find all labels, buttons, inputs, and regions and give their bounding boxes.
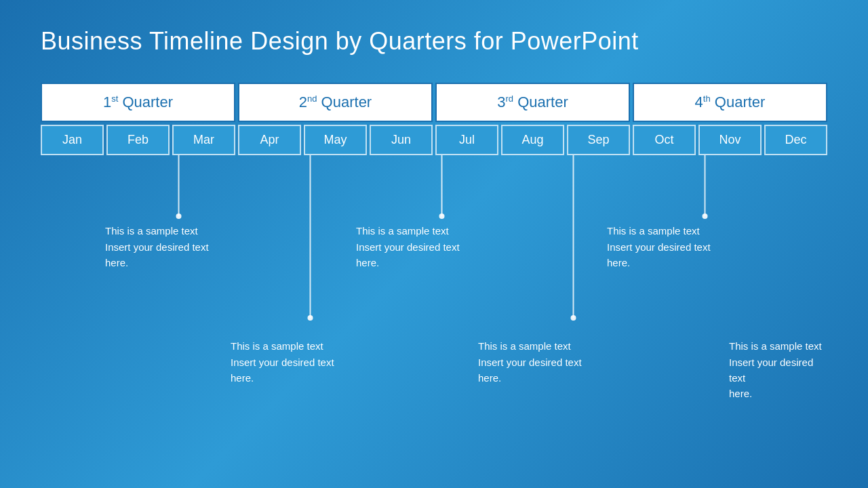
note-oct: This is a sample textInsert your desired…	[607, 223, 711, 270]
month-may: May	[304, 125, 367, 155]
quarter-2: 2nd Quarter	[238, 83, 433, 122]
slide: Business Timeline Design by Quarters for…	[0, 0, 868, 488]
note-dec: This is a sample textInsert your desired…	[729, 338, 827, 401]
connectors-svg	[41, 155, 827, 399]
page-title: Business Timeline Design by Quarters for…	[41, 27, 827, 56]
quarter-1: 1st Quarter	[41, 83, 235, 122]
month-feb: Feb	[106, 125, 170, 155]
month-aug: Aug	[501, 125, 564, 155]
month-dec: Dec	[764, 125, 827, 155]
month-sep: Sep	[567, 125, 630, 155]
svg-point-3	[308, 315, 313, 321]
month-oct: Oct	[633, 125, 696, 155]
timeline-container: 1st Quarter 2nd Quarter 3rd Quarter 4th …	[41, 83, 827, 399]
svg-point-5	[439, 214, 445, 219]
quarter-3: 3rd Quarter	[435, 83, 630, 122]
note-apr: This is a sample textInsert your desired…	[231, 338, 334, 386]
month-apr: Apr	[238, 125, 301, 155]
svg-point-7	[571, 315, 576, 321]
quarters-row: 1st Quarter 2nd Quarter 3rd Quarter 4th …	[41, 83, 827, 122]
month-jun: Jun	[370, 125, 433, 155]
month-jul: Jul	[435, 125, 498, 155]
note-feb: This is a sample textInsert your desired…	[105, 223, 209, 270]
note-aug: This is a sample textInsert your desired…	[478, 338, 582, 386]
months-row: Jan Feb Mar Apr May Jun Jul Aug Sep Oct …	[41, 125, 827, 155]
note-jun: This is a sample textInsert your desired…	[356, 223, 460, 270]
svg-point-1	[176, 214, 182, 219]
month-mar: Mar	[172, 125, 235, 155]
month-nov: Nov	[698, 125, 762, 155]
connectors-area: This is a sample textInsert your desired…	[41, 155, 827, 399]
month-jan: Jan	[41, 125, 104, 155]
svg-point-9	[703, 214, 708, 219]
quarter-4: 4th Quarter	[633, 83, 827, 122]
